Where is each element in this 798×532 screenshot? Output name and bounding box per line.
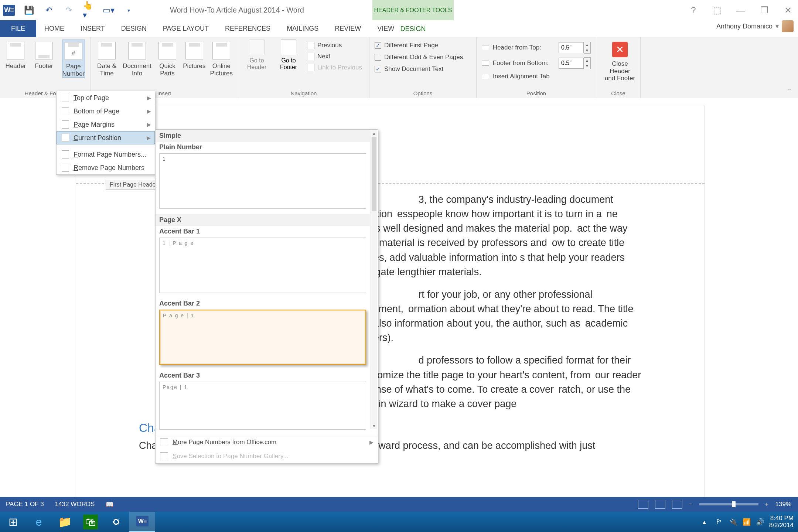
start-button[interactable]: ⊞ <box>0 512 26 532</box>
tab-mailings[interactable]: MAILINGS <box>279 20 327 37</box>
avatar[interactable] <box>782 20 794 32</box>
tab-insert[interactable]: INSERT <box>72 20 113 37</box>
page-icon <box>62 94 69 102</box>
window-title: Word How-To Article August 2014 - Word <box>170 6 304 14</box>
footer-button[interactable]: Footer <box>34 40 55 78</box>
tab-references[interactable]: REFERENCES <box>217 20 279 37</box>
quick-parts-button[interactable]: Quick Parts <box>156 40 178 77</box>
tab-page-layout[interactable]: PAGE LAYOUT <box>155 20 217 37</box>
spinner-up-icon[interactable]: ▲ <box>584 58 590 63</box>
zoom-level[interactable]: 139% <box>775 501 791 508</box>
zoom-in-icon[interactable]: + <box>765 501 769 508</box>
menu-page-margins[interactable]: Page Margins▶ <box>57 118 155 131</box>
restore-icon[interactable]: ❐ <box>759 5 770 16</box>
goto-footer-button[interactable]: Go to Footer <box>275 40 302 71</box>
different-odd-even-checkbox[interactable]: Different Odd & Even Pages <box>375 54 471 61</box>
ribbon-display-icon[interactable]: ⬚ <box>712 5 723 16</box>
gallery-preview-accent2[interactable]: P a g e | 1 <box>159 310 366 365</box>
undo-icon[interactable]: ↶ <box>43 4 55 16</box>
spinner-down-icon[interactable]: ▼ <box>584 63 590 69</box>
tab-hf-design[interactable]: DESIGN <box>372 20 454 37</box>
menu-top-of-page[interactable]: Top of Page▶ <box>57 91 155 105</box>
minimize-icon[interactable]: — <box>735 5 746 16</box>
gallery-preview-plain[interactable]: 1 <box>159 153 366 209</box>
header-button[interactable]: Header <box>5 40 26 78</box>
scroll-up-icon[interactable]: ▲ <box>371 130 377 136</box>
online-pictures-button[interactable]: Online Pictures <box>210 40 233 77</box>
close-icon[interactable]: ✕ <box>782 5 794 16</box>
different-first-page-checkbox[interactable]: Different First Page <box>375 42 471 49</box>
zoom-out-icon[interactable]: − <box>689 501 693 508</box>
more-page-numbers-button[interactable]: More Page Numbers from Office.com▶ <box>156 435 378 449</box>
menu-bottom-of-page[interactable]: Bottom of Page▶ <box>57 105 155 118</box>
insert-alignment-tab-button[interactable]: Insert Alignment Tab <box>482 73 591 80</box>
previous-button[interactable]: Previous <box>307 42 362 49</box>
page-icon <box>62 120 69 129</box>
flag-icon[interactable]: 🏳 <box>716 518 724 526</box>
qat-customize-icon[interactable]: ▾ <box>123 4 134 16</box>
collapse-ribbon-icon[interactable]: ˆ <box>788 88 791 96</box>
group-position: Position <box>482 90 591 96</box>
next-button[interactable]: Next <box>307 53 362 60</box>
header-from-top-label: Header from Top: <box>493 44 555 51</box>
context-tab-label: HEADER & FOOTER TOOLS <box>372 0 454 20</box>
submenu-arrow-icon: ▶ <box>147 135 151 141</box>
close-x-icon: ✕ <box>612 42 628 57</box>
status-words[interactable]: 1432 WORDS <box>55 501 95 508</box>
gallery-preview-accent3[interactable]: Page | 1 <box>159 382 366 430</box>
save-icon[interactable]: 💾 <box>23 4 35 16</box>
checkbox-checked-icon <box>375 42 381 49</box>
tab-home[interactable]: HOME <box>36 20 72 37</box>
network-icon[interactable]: 📶 <box>743 518 751 526</box>
volume-icon[interactable]: 🔊 <box>756 518 764 526</box>
save-gallery-icon <box>160 452 168 460</box>
file-explorer-icon[interactable]: 📁 <box>52 512 78 532</box>
store-icon[interactable]: 🛍 <box>83 515 98 529</box>
show-hidden-icon[interactable]: ▴ <box>703 518 711 526</box>
tab-review[interactable]: REVIEW <box>327 20 369 37</box>
header-from-top-input[interactable]: ▲▼ <box>559 42 591 54</box>
menu-format-page-numbers[interactable]: Format Page Numbers... <box>57 148 155 161</box>
scroll-thumb[interactable] <box>372 137 376 211</box>
tab-design[interactable]: DESIGN <box>113 20 155 37</box>
qat-icon[interactable]: ▭▾ <box>103 4 115 16</box>
zoom-slider[interactable] <box>699 503 758 505</box>
tab-file[interactable]: FILE <box>0 20 36 37</box>
taskbar-clock[interactable]: 8:40 PM 8/2/2014 <box>769 515 794 529</box>
page-icon <box>62 134 69 142</box>
date-time-button[interactable]: Date & Time <box>96 40 118 77</box>
previous-icon <box>307 42 314 49</box>
menu-current-position[interactable]: Current Position▶ <box>57 131 155 144</box>
gallery-item-accent1: Accent Bar 1 <box>156 226 370 235</box>
close-header-footer-button[interactable]: ✕ Close Header and Footer <box>601 40 638 82</box>
spinner-down-icon[interactable]: ▼ <box>584 48 590 53</box>
redo-icon[interactable]: ↷ <box>63 4 75 16</box>
menu-remove-page-numbers[interactable]: Remove Page Numbers <box>57 161 155 174</box>
gallery-preview-accent1[interactable]: 1 | P a g e <box>159 238 366 293</box>
help-icon[interactable]: ? <box>688 5 699 16</box>
save-selection-button: Save Selection to Page Number Gallery... <box>156 449 378 463</box>
link-icon <box>307 64 314 71</box>
word-taskbar-icon[interactable]: W≡ <box>129 512 155 532</box>
footer-from-bottom-input[interactable]: ▲▼ <box>559 57 591 69</box>
touch-mode-icon[interactable]: 👆▾ <box>83 4 95 16</box>
checkbox-checked-icon <box>375 66 381 72</box>
page-number-button[interactable]: Page Number <box>62 40 85 78</box>
pictures-button[interactable]: Pictures <box>183 40 205 77</box>
status-page[interactable]: PAGE 1 OF 3 <box>6 501 44 508</box>
show-document-text-checkbox[interactable]: Show Document Text <box>375 65 471 73</box>
document-info-button[interactable]: Document Info <box>122 40 152 77</box>
power-icon[interactable]: 🔌 <box>729 518 737 526</box>
web-layout-icon[interactable] <box>672 500 682 509</box>
print-layout-icon[interactable] <box>655 500 665 509</box>
ie-icon[interactable]: e <box>26 512 52 532</box>
scroll-down-icon[interactable]: ▼ <box>371 423 377 429</box>
spinner-up-icon[interactable]: ▲ <box>584 42 590 48</box>
gallery-scrollbar[interactable]: ▲ ▼ <box>371 130 377 429</box>
user-name[interactable]: Anthony Domanico <box>716 23 773 30</box>
office-icon <box>160 438 168 446</box>
read-mode-icon[interactable] <box>638 500 648 509</box>
chrome-icon[interactable]: ⭘ <box>103 512 129 532</box>
status-bar: PAGE 1 OF 3 1432 WORDS 📖 − + 139% <box>0 497 798 512</box>
status-proofing-icon[interactable]: 📖 <box>106 501 113 508</box>
